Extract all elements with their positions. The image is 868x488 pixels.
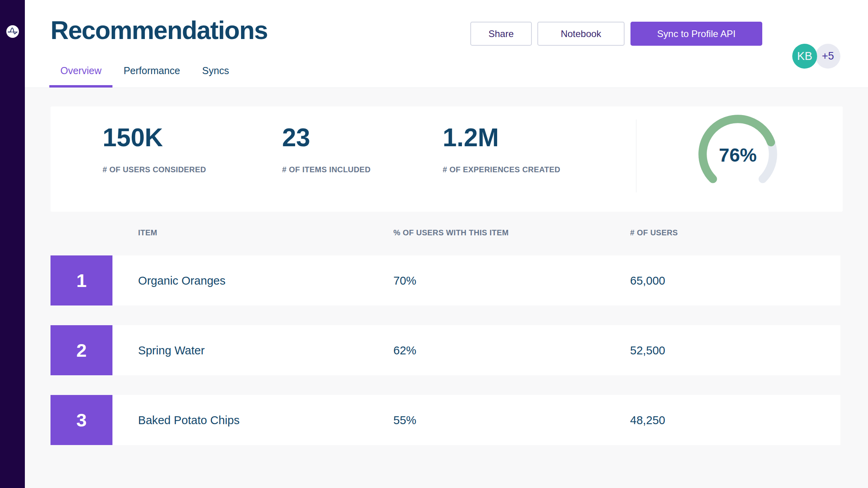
- summary-stats-card: 150K # OF USERS CONSIDERED 23 # OF ITEMS…: [51, 106, 843, 212]
- column-header-pct-users: % OF USERS WITH THIS ITEM: [393, 228, 509, 237]
- pct-users-cell: 62%: [393, 344, 416, 357]
- avatar-overflow-badge[interactable]: +5: [816, 44, 840, 69]
- num-users-cell: 48,250: [630, 413, 665, 427]
- amplitude-logo-icon[interactable]: [6, 25, 19, 38]
- pct-users-cell: 55%: [393, 413, 416, 427]
- vertical-divider: [636, 119, 636, 192]
- stat-value: 150K: [103, 123, 163, 152]
- rank-badge: 2: [51, 325, 112, 375]
- tab-syncs[interactable]: Syncs: [191, 65, 240, 88]
- tab-bar: Overview Performance Syncs: [49, 65, 240, 88]
- share-button-label: Share: [488, 28, 514, 39]
- column-header-num-users: # OF USERS: [630, 228, 678, 237]
- stat-label: # OF EXPERIENCES CREATED: [443, 165, 560, 174]
- avatar[interactable]: KB: [792, 44, 817, 69]
- rank-badge: 1: [51, 255, 112, 305]
- stat-label: # OF USERS CONSIDERED: [103, 165, 206, 174]
- rank-badge: 3: [51, 395, 112, 445]
- item-name-cell: Organic Oranges: [138, 274, 226, 287]
- row-cells: Spring Water 62% 52,500: [112, 325, 840, 375]
- item-name-cell: Spring Water: [138, 344, 205, 357]
- sync-to-profile-api-button[interactable]: Sync to Profile API: [630, 22, 762, 46]
- row-cells: Baked Potato Chips 55% 48,250: [112, 395, 840, 445]
- table-row[interactable]: 3 Baked Potato Chips 55% 48,250: [51, 395, 840, 445]
- avatar-overflow-count: +5: [822, 50, 834, 62]
- page-header: Recommendations Share Notebook Sync to P…: [25, 0, 868, 88]
- percent-gauge: 76%: [696, 113, 779, 196]
- notebook-button[interactable]: Notebook: [537, 22, 625, 46]
- stat-label: # OF ITEMS INCLUDED: [282, 165, 370, 174]
- app-sidebar: [0, 0, 25, 488]
- recommendations-page: Recommendations Share Notebook Sync to P…: [0, 0, 868, 488]
- header-actions: Share Notebook Sync to Profile API KB +5: [25, 22, 868, 46]
- table-row[interactable]: 1 Organic Oranges 70% 65,000: [51, 255, 840, 305]
- row-cells: Organic Oranges 70% 65,000: [112, 255, 840, 305]
- tab-performance[interactable]: Performance: [112, 65, 191, 88]
- sync-button-label: Sync to Profile API: [657, 28, 736, 39]
- table-header-row: ITEM % OF USERS WITH THIS ITEM # OF USER…: [51, 228, 843, 240]
- notebook-button-label: Notebook: [561, 28, 601, 39]
- gauge-percent-text: 76%: [696, 113, 779, 196]
- table-row[interactable]: 2 Spring Water 62% 52,500: [51, 325, 840, 375]
- tab-overview[interactable]: Overview: [49, 65, 112, 88]
- avatar-initials: KB: [797, 50, 812, 63]
- num-users-cell: 65,000: [630, 274, 665, 287]
- num-users-cell: 52,500: [630, 344, 665, 357]
- item-name-cell: Baked Potato Chips: [138, 413, 239, 427]
- pct-users-cell: 70%: [393, 274, 416, 287]
- stat-value: 23: [282, 123, 310, 152]
- column-header-item: ITEM: [138, 228, 157, 237]
- stat-value: 1.2M: [443, 123, 499, 152]
- share-button[interactable]: Share: [470, 22, 532, 46]
